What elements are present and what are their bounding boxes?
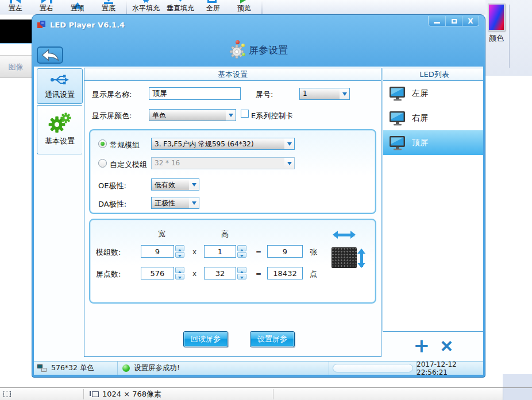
statusbar-screen-info: 576*32 单色 xyxy=(34,362,118,375)
pixel-width-input[interactable] xyxy=(141,267,174,279)
toolbar-button-fullscreen[interactable]: 全屏 xyxy=(198,0,229,14)
color-swatch-icon[interactable] xyxy=(488,3,505,31)
readback-params-button[interactable]: 回读屏参 xyxy=(183,331,228,347)
statusbar-cell xyxy=(503,388,532,400)
statusbar-progress xyxy=(329,362,417,375)
led-item-label: 顶屏 xyxy=(412,138,428,148)
regular-module-select[interactable]: 3. F3,F5户内 常规595 (64*32) xyxy=(151,138,295,150)
height-arrow-icon xyxy=(360,250,363,267)
screen-number-label: 屏号: xyxy=(256,90,273,100)
settings-gear-icon xyxy=(229,40,246,60)
module-width-input[interactable] xyxy=(141,245,174,258)
spin-up-icon[interactable] xyxy=(237,267,246,273)
pixel-height-stepper xyxy=(204,267,246,279)
red-dot-icon xyxy=(236,40,240,44)
height-header: 高 xyxy=(221,229,229,239)
oe-polarity-value: 低有效 xyxy=(152,179,189,190)
set-params-button[interactable]: 设置屏参 xyxy=(250,331,295,347)
toolbar-label: 全屏 xyxy=(198,3,229,13)
chevron-down-icon xyxy=(340,88,349,99)
spin-up-icon[interactable] xyxy=(175,245,184,251)
color-tool-label: 颜色 xyxy=(485,33,507,44)
dialog-title: LED Player V6.1.4 xyxy=(50,21,125,29)
oe-polarity-label: OE极性: xyxy=(98,181,126,191)
toolbar-button-preview[interactable]: 预览 xyxy=(229,0,260,14)
screen-color-label: 显示屏颜色: xyxy=(92,111,132,121)
regular-module-label: 常规模组 xyxy=(110,140,140,150)
equals-sign: = xyxy=(256,270,261,278)
dialog-titlebar[interactable]: LED Player V6.1.4 X xyxy=(32,15,485,34)
spin-down-icon[interactable] xyxy=(237,274,246,280)
toolbar-button-align-bottom[interactable]: 置底 xyxy=(93,0,124,14)
toolbar-button-hfill[interactable]: 水平填充 xyxy=(129,0,163,14)
size-group: 宽 高 模组数: x xyxy=(89,219,376,304)
pixel-width-stepper xyxy=(141,267,184,279)
spinner xyxy=(175,267,184,279)
dialog-header-title-area: 屏参设置 xyxy=(32,40,485,60)
pixel-height-input[interactable] xyxy=(204,267,236,279)
screen-name-input[interactable] xyxy=(149,87,241,100)
dialog-header: 屏参设置 xyxy=(32,34,485,67)
module-height-input[interactable] xyxy=(204,245,236,258)
module-count-label: 模组数: xyxy=(96,247,121,258)
preview-black-area xyxy=(0,20,32,44)
resolution-text: 1024 × 768像素 xyxy=(102,389,161,399)
right-toolbar: 颜色 xyxy=(485,0,532,76)
spinner xyxy=(237,245,246,258)
toolbar-separator xyxy=(126,0,127,14)
app-statusbar: 1024 × 768像素 xyxy=(0,387,532,400)
module-total-box: 9 xyxy=(267,245,303,258)
oe-polarity-select[interactable]: 低有效 xyxy=(151,178,199,191)
delete-x-icon: + xyxy=(435,333,459,357)
resolution-icon xyxy=(92,391,99,397)
statusbar-separator xyxy=(83,389,84,399)
toolbar-button-align-top[interactable]: 置顶 xyxy=(62,0,93,14)
usb-icon xyxy=(49,73,70,87)
times-sign: x xyxy=(192,270,196,278)
screen-number-select[interactable]: 1 xyxy=(299,88,350,100)
timestamp-text: 2017-12-12 22:56:21 xyxy=(417,360,483,376)
tab-communication-settings[interactable]: 通讯设置 xyxy=(37,68,83,104)
spin-down-icon[interactable] xyxy=(175,274,184,280)
yellow-dot-icon xyxy=(241,44,245,47)
image-tab[interactable]: 图像 xyxy=(0,55,32,78)
toolbar-button-vfill[interactable]: 垂直填充 xyxy=(163,0,198,14)
eseries-checkbox[interactable] xyxy=(241,110,249,118)
tab-basic-settings[interactable]: 基本设置 xyxy=(37,105,83,154)
add-screen-button[interactable]: + xyxy=(414,337,430,354)
custom-module-radio[interactable] xyxy=(98,159,107,168)
close-button[interactable]: X xyxy=(462,16,479,26)
monitor-icon xyxy=(389,86,406,101)
led-list-item-left[interactable]: 左屏 xyxy=(383,81,483,106)
da-polarity-label: DA极性: xyxy=(98,199,126,209)
da-polarity-select[interactable]: 正极性 xyxy=(151,197,199,209)
led-item-label: 右屏 xyxy=(412,113,428,123)
basic-settings-panel: 基本设置 显示屏名称: 屏号: 1 显示屏颜色: 单色 E系列控制卡 xyxy=(84,68,381,357)
tab-label: 通讯设置 xyxy=(45,90,75,100)
chevron-down-icon xyxy=(189,197,199,208)
chevron-down-icon xyxy=(284,158,294,169)
statusbar-timestamp: 2017-12-12 22:56:21 xyxy=(417,362,483,375)
spin-up-icon[interactable] xyxy=(237,245,246,251)
toolbar-label: 置底 xyxy=(93,3,124,13)
width-arrow-icon xyxy=(334,234,354,236)
maximize-button[interactable] xyxy=(445,16,462,26)
screen-color-select[interactable]: 单色 xyxy=(149,109,236,121)
toolbar-button-align-left[interactable]: 置左 xyxy=(0,0,31,14)
toolbar-button-align-right[interactable]: 置右 xyxy=(31,0,62,14)
regular-module-radio[interactable] xyxy=(98,139,107,148)
delete-screen-button[interactable]: + xyxy=(439,337,456,354)
led-list-item-right[interactable]: 右屏 xyxy=(383,106,483,130)
spin-up-icon[interactable] xyxy=(175,267,184,273)
gears-icon xyxy=(48,114,71,133)
spin-down-icon[interactable] xyxy=(175,252,184,258)
led-list-item-top[interactable]: 顶屏 xyxy=(383,130,483,155)
minimize-button[interactable] xyxy=(429,16,445,26)
screen: 置左 置右 置顶 置底 水平填充 垂直填充 全屏 预览 xyxy=(0,0,532,400)
selection-icon xyxy=(3,391,11,397)
toolbar-label: 垂直填充 xyxy=(163,3,198,13)
module-height-stepper xyxy=(204,245,246,258)
toolbar-label: 置右 xyxy=(31,3,62,13)
width-header: 宽 xyxy=(158,229,165,239)
spin-down-icon[interactable] xyxy=(237,252,246,258)
